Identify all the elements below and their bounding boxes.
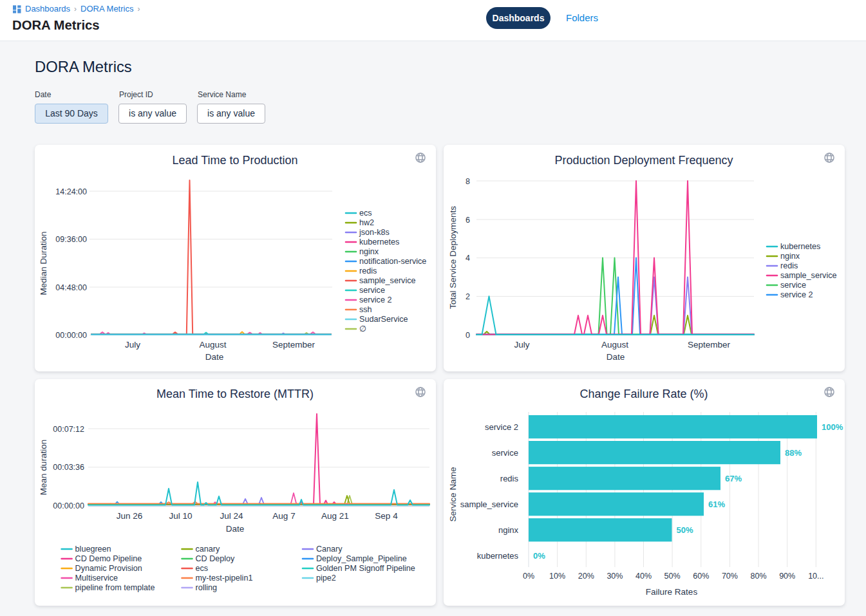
svg-text:88%: 88% — [785, 448, 802, 458]
svg-text:Multiservice: Multiservice — [75, 574, 118, 583]
svg-text:service 2: service 2 — [359, 295, 391, 304]
svg-text:Date: Date — [607, 352, 625, 362]
svg-text:00:00:00: 00:00:00 — [55, 331, 87, 340]
svg-text:Jun 26: Jun 26 — [117, 511, 143, 521]
svg-text:json-k8s: json-k8s — [359, 228, 390, 237]
svg-text:100%: 100% — [822, 422, 843, 432]
svg-text:Date: Date — [205, 352, 224, 362]
svg-text:kubernetes: kubernetes — [780, 242, 820, 251]
svg-text:Production Deployment Frequenc: Production Deployment Frequency — [554, 154, 733, 167]
svg-text:July: July — [125, 340, 140, 350]
svg-text:00:07:12: 00:07:12 — [53, 425, 84, 434]
svg-text:Aug 7: Aug 7 — [272, 511, 295, 521]
svg-text:04:48:00: 04:48:00 — [55, 283, 87, 292]
svg-text:Aug 21: Aug 21 — [321, 511, 349, 521]
svg-text:kubernetes: kubernetes — [477, 551, 519, 561]
svg-text:80%: 80% — [750, 572, 766, 581]
svg-text:ecs: ecs — [196, 564, 209, 573]
svg-text:00:03:36: 00:03:36 — [53, 463, 84, 472]
svg-text:pipeline from template: pipeline from template — [75, 583, 155, 592]
svg-text:CD Deploy: CD Deploy — [196, 554, 236, 563]
svg-text:00:00:00: 00:00:00 — [53, 501, 84, 510]
svg-text:∅: ∅ — [359, 324, 366, 333]
svg-text:90%: 90% — [779, 572, 795, 581]
svg-text:09:36:00: 09:36:00 — [55, 235, 87, 244]
svg-text:Deploy_Sample_Pipeline: Deploy_Sample_Pipeline — [316, 554, 407, 563]
svg-text:Service Name: Service Name — [448, 467, 458, 522]
svg-text:10...: 10... — [808, 572, 824, 581]
svg-text:61%: 61% — [708, 499, 725, 509]
svg-text:CD Demo Pipeline: CD Demo Pipeline — [75, 554, 142, 563]
svg-text:Jul 10: Jul 10 — [169, 511, 192, 521]
svg-text:0%: 0% — [533, 551, 545, 561]
svg-text:2: 2 — [466, 292, 470, 301]
svg-text:service: service — [492, 448, 518, 458]
svg-text:Lead Time to Production: Lead Time to Production — [172, 154, 297, 167]
svg-text:Golden PM Signoff Pipeline: Golden PM Signoff Pipeline — [316, 564, 415, 573]
svg-text:14:24:00: 14:24:00 — [55, 187, 87, 196]
svg-text:redis: redis — [780, 261, 798, 270]
svg-text:67%: 67% — [725, 474, 742, 483]
svg-text:Failure Rates: Failure Rates — [646, 587, 698, 597]
svg-text:30%: 30% — [607, 572, 623, 581]
svg-text:August: August — [601, 340, 628, 350]
svg-text:60%: 60% — [693, 572, 709, 581]
svg-text:10%: 10% — [549, 572, 565, 581]
svg-text:Sep 4: Sep 4 — [375, 511, 398, 521]
svg-text:sample_service: sample_service — [359, 276, 416, 285]
svg-text:sample_service: sample_service — [780, 271, 837, 280]
svg-text:sample_service: sample_service — [460, 499, 518, 509]
svg-text:nginx: nginx — [359, 247, 379, 256]
svg-text:nginx: nginx — [780, 252, 800, 261]
svg-text:4: 4 — [466, 254, 470, 263]
svg-text:Median Duration: Median Duration — [39, 231, 48, 295]
svg-text:kubernetes: kubernetes — [359, 238, 399, 247]
svg-text:bluegreen: bluegreen — [75, 545, 111, 554]
svg-text:20%: 20% — [578, 572, 594, 581]
svg-text:pipe2: pipe2 — [316, 574, 336, 583]
svg-text:September: September — [688, 340, 731, 350]
svg-text:canary: canary — [196, 545, 221, 554]
svg-text:0%: 0% — [523, 572, 534, 581]
svg-text:40%: 40% — [635, 572, 652, 581]
svg-text:ssh: ssh — [359, 305, 372, 314]
svg-text:rolling: rolling — [196, 583, 218, 592]
svg-text:service: service — [780, 281, 806, 290]
svg-text:service 2: service 2 — [485, 422, 518, 432]
svg-text:50%: 50% — [677, 525, 693, 535]
svg-text:Date: Date — [226, 524, 245, 534]
svg-text:nginx: nginx — [498, 525, 519, 535]
svg-text:notification-service: notification-service — [359, 257, 426, 266]
svg-text:July: July — [514, 340, 529, 350]
svg-text:ecs: ecs — [359, 209, 372, 218]
svg-text:Change Failure Rate (%): Change Failure Rate (%) — [579, 387, 708, 400]
svg-text:SudarService: SudarService — [359, 315, 408, 324]
svg-text:Mean Time to Restore (MTTR): Mean Time to Restore (MTTR) — [156, 387, 314, 400]
svg-text:September: September — [272, 340, 315, 350]
svg-text:0: 0 — [466, 331, 470, 340]
svg-text:6: 6 — [466, 216, 470, 225]
svg-text:hw2: hw2 — [359, 218, 374, 227]
svg-text:Total Service Deployments: Total Service Deployments — [448, 206, 458, 309]
svg-text:Canary: Canary — [316, 545, 343, 554]
svg-text:Jul 24: Jul 24 — [220, 511, 243, 521]
svg-text:Dynamic Provision: Dynamic Provision — [75, 564, 142, 573]
svg-text:service 2: service 2 — [780, 290, 813, 299]
svg-text:service: service — [359, 286, 385, 295]
svg-text:50%: 50% — [664, 572, 681, 581]
svg-text:8: 8 — [466, 177, 470, 186]
svg-text:redis: redis — [359, 266, 377, 275]
svg-text:my-test-pipelin1: my-test-pipelin1 — [196, 574, 253, 583]
svg-text:August: August — [199, 340, 226, 350]
svg-text:redis: redis — [500, 474, 519, 483]
svg-text:70%: 70% — [722, 572, 738, 581]
svg-text:Mean duration: Mean duration — [39, 440, 48, 495]
